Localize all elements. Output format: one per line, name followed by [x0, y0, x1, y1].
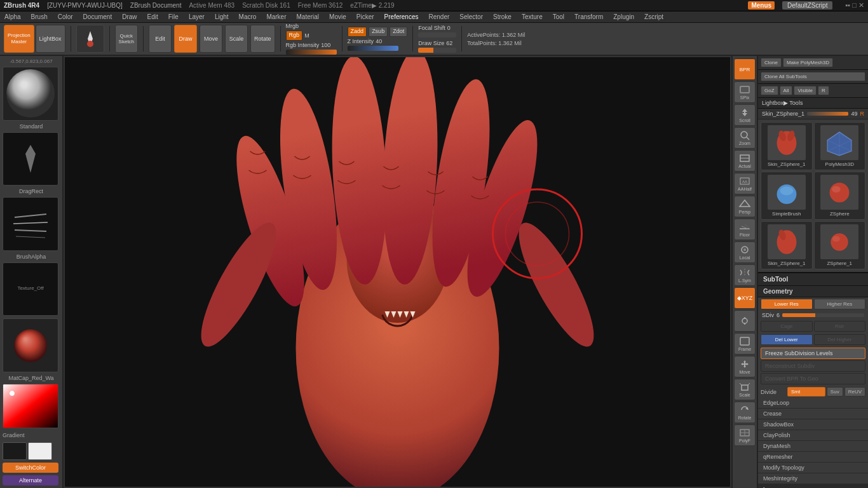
scale-icon-button[interactable]: Scale: [734, 379, 756, 400]
matcap-preview[interactable]: [3, 318, 58, 372]
shadowbox-button[interactable]: ShadowBox: [758, 419, 868, 430]
menu-movie[interactable]: Movie: [327, 13, 348, 21]
menu-layer[interactable]: Layer: [187, 13, 207, 21]
persp-button[interactable]: Persp: [734, 196, 756, 217]
texture-off-preview[interactable]: Texture_Off: [3, 262, 58, 316]
focal-shift-slider[interactable]: [418, 32, 456, 37]
menu-file[interactable]: File: [166, 13, 180, 21]
geometry-header[interactable]: Geometry: [758, 286, 868, 297]
zsub-button[interactable]: Zsub: [369, 27, 388, 37]
edit-button[interactable]: Edit: [149, 25, 172, 53]
menus-button[interactable]: Menus: [748, 1, 775, 10]
viewport-canvas[interactable]: [64, 56, 731, 488]
lsym-button[interactable]: L.Sym: [734, 264, 756, 286]
reconstruct-subdiv-button[interactable]: Reconstruct Subdiv: [761, 360, 865, 372]
qremesher-button[interactable]: qRemesher: [758, 452, 868, 463]
menu-zplugin[interactable]: Zplugin: [611, 13, 636, 21]
quick-sketch-button[interactable]: Quick Sketch: [115, 25, 138, 53]
tool-thumb-zsphere1[interactable]: ZSphere_1: [814, 221, 866, 269]
make-polymesh-button[interactable]: Make PolyMesh3D: [783, 58, 833, 67]
freeze-subdiv-button[interactable]: Freeze SubDivision Levels: [761, 348, 865, 359]
menu-edit[interactable]: Edit: [146, 13, 160, 21]
menu-document[interactable]: Document: [81, 13, 114, 21]
menu-selector[interactable]: Selector: [458, 13, 485, 21]
tool-thumb-skin-zsphere1[interactable]: Skin_ZSphere_1: [761, 122, 813, 170]
lightbox-button[interactable]: LightBox: [36, 25, 65, 53]
scroll-button[interactable]: Scroll: [734, 104, 756, 126]
visible-r-button[interactable]: R: [818, 86, 829, 95]
bpr-button[interactable]: BPR: [734, 58, 756, 80]
tool-thumb-skin-zsphere1-2[interactable]: Skin_ZSphere_1: [761, 221, 813, 269]
lower-res-button[interactable]: Lower Res: [761, 299, 813, 309]
menu-color[interactable]: Color: [56, 13, 75, 21]
modify-topology-button[interactable]: Modify Topology: [758, 463, 868, 473]
white-swatch[interactable]: [28, 442, 52, 460]
window-controls[interactable]: ▪▪ □ ✕: [845, 1, 864, 10]
visible-button[interactable]: Visible: [794, 86, 816, 95]
rgb-button[interactable]: Rgb: [286, 30, 303, 41]
all-button[interactable]: All: [780, 86, 793, 95]
switch-color-button[interactable]: SwitchColor: [3, 463, 58, 473]
spix-button[interactable]: SPix: [734, 81, 756, 103]
del-higher-button[interactable]: Del Higher: [814, 334, 866, 345]
cage-button[interactable]: Cage: [761, 321, 813, 332]
crease-button[interactable]: Crease: [758, 409, 868, 419]
clone-button[interactable]: Clone: [761, 58, 782, 67]
edgeloop-button[interactable]: EdgeLoop: [758, 398, 868, 409]
black-swatch[interactable]: [3, 442, 27, 460]
suv-button[interactable]: Suv: [827, 387, 843, 396]
clone-all-button[interactable]: Clone All SubTools: [761, 72, 865, 81]
smt-button[interactable]: Smt: [787, 387, 825, 396]
local-button[interactable]: Local: [734, 241, 756, 263]
brush-icon-display[interactable]: [76, 25, 104, 53]
higher-res-button[interactable]: Higher Res: [814, 299, 866, 309]
draw-size-slider[interactable]: [418, 48, 456, 53]
rgb-intensity-slider[interactable]: [286, 50, 337, 55]
canvas-area[interactable]: [64, 56, 731, 488]
menu-marker[interactable]: Marker: [264, 13, 288, 21]
default-script[interactable]: DefaultZScript: [782, 1, 832, 10]
tool-thumb-zsphere[interactable]: ZSphere: [814, 172, 866, 220]
rotate-button[interactable]: Rotate: [250, 25, 275, 53]
menu-preferences[interactable]: Preferences: [383, 13, 421, 21]
menu-render[interactable]: Render: [427, 13, 452, 21]
brushalpha-preview[interactable]: [3, 197, 58, 251]
dragrect-brush-preview[interactable]: [3, 132, 58, 186]
floor-button[interactable]: Floor: [734, 219, 756, 240]
actual-button[interactable]: Actual: [734, 150, 756, 172]
projection-master-button[interactable]: Projection Master: [4, 25, 34, 53]
move-icon-button[interactable]: Move: [734, 356, 756, 377]
rstr-button[interactable]: Rstr: [814, 321, 866, 332]
zdot-button[interactable]: Zdot: [390, 27, 407, 37]
draw-button[interactable]: Draw: [174, 25, 197, 53]
lightbox-header[interactable]: Lightbox▶ Tools: [758, 98, 868, 109]
skin-slider[interactable]: [807, 112, 848, 116]
menu-material[interactable]: Material: [295, 13, 322, 21]
claypolish-button[interactable]: ClayPolish: [758, 430, 868, 441]
menu-alpha[interactable]: Alpha: [3, 13, 23, 21]
color-picker-area[interactable]: [3, 384, 58, 428]
layers-button[interactable]: Layers: [758, 484, 868, 488]
meshintegrity-button[interactable]: MeshIntegrity: [758, 473, 868, 484]
polyf-button[interactable]: PolyF: [734, 424, 756, 446]
menu-zscript[interactable]: Zscript: [642, 13, 665, 21]
xyz-button[interactable]: ◆XYZ: [734, 287, 756, 309]
subtool-header[interactable]: SubTool: [758, 272, 868, 286]
standard-brush-preview[interactable]: [3, 67, 58, 121]
menu-brush[interactable]: Brush: [29, 13, 50, 21]
goz-button[interactable]: GoZ: [761, 86, 778, 95]
z-intensity-slider[interactable]: [348, 46, 398, 51]
menu-macro[interactable]: Macro: [237, 13, 259, 21]
reuv-button[interactable]: ReUV: [844, 387, 865, 396]
menu-stroke[interactable]: Stroke: [491, 13, 513, 21]
tool-thumb-simplebrush[interactable]: SimpleBrush: [761, 172, 813, 220]
sdiv-slider[interactable]: [782, 313, 864, 317]
menu-texture[interactable]: Texture: [520, 13, 545, 21]
del-lower-button[interactable]: Del Lower: [761, 334, 813, 345]
menu-transform[interactable]: Transform: [573, 13, 605, 21]
frame-button[interactable]: Frame: [734, 333, 756, 355]
menu-draw[interactable]: Draw: [120, 13, 139, 21]
zoom-button[interactable]: Zoom: [734, 127, 756, 149]
zadd-button[interactable]: Zadd: [348, 27, 367, 37]
transform-icon1[interactable]: [734, 310, 756, 332]
